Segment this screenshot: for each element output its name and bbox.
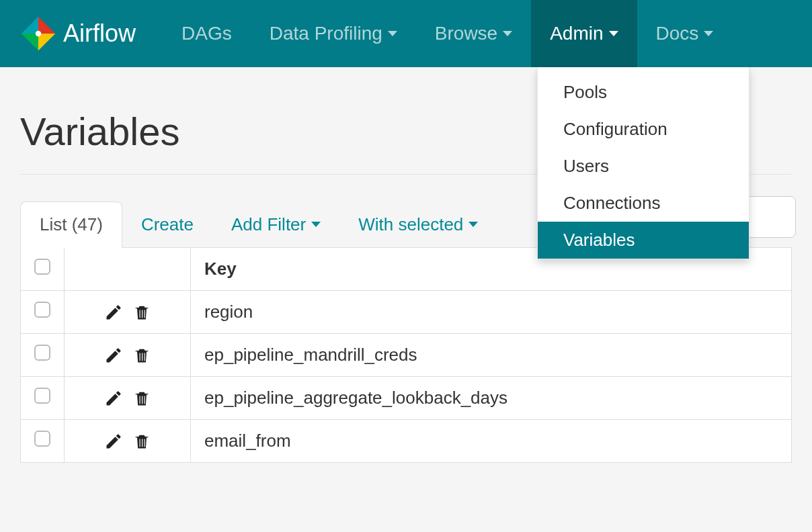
delete-icon[interactable] [132, 389, 151, 408]
header-checkbox-cell [21, 248, 65, 291]
edit-icon[interactable] [104, 432, 123, 451]
caret-down-icon [704, 31, 713, 36]
nav-docs[interactable]: Docs [637, 0, 733, 67]
edit-icon[interactable] [104, 389, 123, 408]
table-row: ep_pipeline_aggregate_lookback_days [21, 377, 792, 420]
tab-with-selected[interactable]: With selected [339, 202, 497, 247]
delete-icon[interactable] [132, 346, 151, 365]
svg-marker-2 [38, 34, 55, 50]
nav-browse[interactable]: Browse [416, 0, 531, 67]
row-actions-cell [65, 334, 191, 377]
svg-marker-3 [22, 34, 38, 50]
row-key: email_from [191, 420, 792, 463]
row-checkbox[interactable] [34, 431, 50, 447]
row-checkbox-cell [21, 420, 65, 463]
row-checkbox-cell [21, 334, 65, 377]
table-row: ep_pipeline_mandrill_creds [21, 334, 792, 377]
tab-list[interactable]: List (47) [20, 202, 122, 248]
svg-marker-0 [22, 17, 38, 34]
brand[interactable]: Airflow [20, 15, 136, 52]
caret-down-icon [311, 222, 321, 227]
table-row: region [21, 291, 792, 334]
row-actions-cell [65, 420, 191, 463]
brand-text: Airflow [63, 19, 136, 48]
svg-marker-1 [38, 17, 55, 34]
edit-icon[interactable] [104, 303, 123, 322]
row-actions-cell [65, 377, 191, 420]
caret-down-icon [469, 222, 478, 227]
row-checkbox[interactable] [34, 345, 50, 361]
row-checkbox[interactable] [34, 388, 50, 404]
navbar: Airflow DAGs Data Profiling Browse Admin… [0, 0, 812, 67]
row-actions-cell [65, 291, 191, 334]
variables-table: Key regionep_pipeline_mandrill_credsep_p… [20, 247, 792, 463]
menu-pools[interactable]: Pools [538, 74, 749, 111]
nav-admin[interactable]: Admin [531, 0, 637, 67]
tab-create[interactable]: Create [122, 202, 212, 247]
menu-configuration[interactable]: Configuration [538, 111, 749, 148]
tab-add-filter[interactable]: Add Filter [212, 202, 339, 247]
admin-dropdown: Pools Configuration Users Connections Va… [537, 67, 749, 259]
menu-variables[interactable]: Variables [538, 222, 749, 259]
row-checkbox[interactable] [34, 302, 50, 318]
delete-icon[interactable] [132, 432, 151, 451]
select-all-checkbox[interactable] [34, 259, 50, 275]
delete-icon[interactable] [132, 303, 151, 322]
menu-users[interactable]: Users [538, 148, 749, 185]
row-checkbox-cell [21, 377, 65, 420]
caret-down-icon [609, 31, 618, 36]
menu-connections[interactable]: Connections [538, 185, 749, 222]
table-row: email_from [21, 420, 792, 463]
row-key: ep_pipeline_aggregate_lookback_days [191, 377, 792, 420]
svg-point-4 [36, 31, 41, 36]
row-key: region [191, 291, 792, 334]
nav-data-profiling[interactable]: Data Profiling [251, 0, 416, 67]
airflow-logo-icon [20, 15, 56, 52]
edit-icon[interactable] [104, 346, 123, 365]
row-checkbox-cell [21, 291, 65, 334]
nav-items: DAGs Data Profiling Browse Admin Docs [163, 0, 732, 67]
caret-down-icon [503, 31, 512, 36]
caret-down-icon [388, 31, 397, 36]
header-actions-cell [65, 248, 191, 291]
nav-dags[interactable]: DAGs [163, 0, 251, 67]
row-key: ep_pipeline_mandrill_creds [191, 334, 792, 377]
